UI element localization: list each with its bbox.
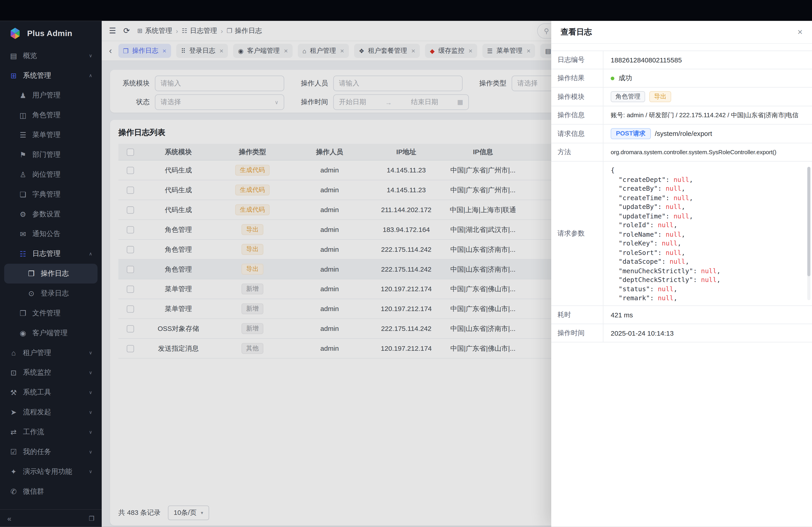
scrollbar-track xyxy=(807,167,810,300)
top-black-bar xyxy=(0,0,812,21)
field-log-id: 日志编号 1882612840802115585 xyxy=(551,50,812,69)
field-method: 方法 org.dromara.system.controller.system.… xyxy=(551,144,812,162)
drawer-body: 日志编号 1882612840802115585 操作结果 成功 操作模块 角色… xyxy=(551,44,812,342)
field-info: 操作信息 账号: admin / 研发部门 / 222.175.114.242 … xyxy=(551,106,812,125)
module-tag: 角色管理 xyxy=(611,91,645,102)
request-url: /system/role/export xyxy=(655,130,712,138)
success-dot-icon xyxy=(611,76,614,80)
result-text: 成功 xyxy=(619,74,632,83)
post-method-tag: POST请求 xyxy=(611,128,651,139)
request-params-json[interactable]: { "createDept": null, "createBy": null, … xyxy=(611,166,809,301)
scrollbar-thumb[interactable] xyxy=(807,167,810,276)
drawer-header: 查看日志 × xyxy=(551,21,812,44)
field-time: 操作时间 2025-01-24 10:14:13 xyxy=(551,324,812,342)
close-icon[interactable]: × xyxy=(797,28,802,36)
field-result: 操作结果 成功 xyxy=(551,70,812,88)
drawer-title: 查看日志 xyxy=(561,27,592,37)
app: Plus Admin ▤概览∨⊞系统管理∧♟用户管理◫角色管理☰菜单管理⚑部门管… xyxy=(0,0,812,527)
field-duration: 耗时 421 ms xyxy=(551,306,812,324)
field-request: 请求信息 POST请求 /system/role/export xyxy=(551,125,812,144)
field-module: 操作模块 角色管理 导出 xyxy=(551,88,812,106)
field-params: 请求参数 { "createDept": null, "createBy": n… xyxy=(551,162,812,306)
action-tag: 导出 xyxy=(649,91,671,102)
view-log-drawer: 查看日志 × 日志编号 1882612840802115585 操作结果 成功 … xyxy=(551,21,812,527)
